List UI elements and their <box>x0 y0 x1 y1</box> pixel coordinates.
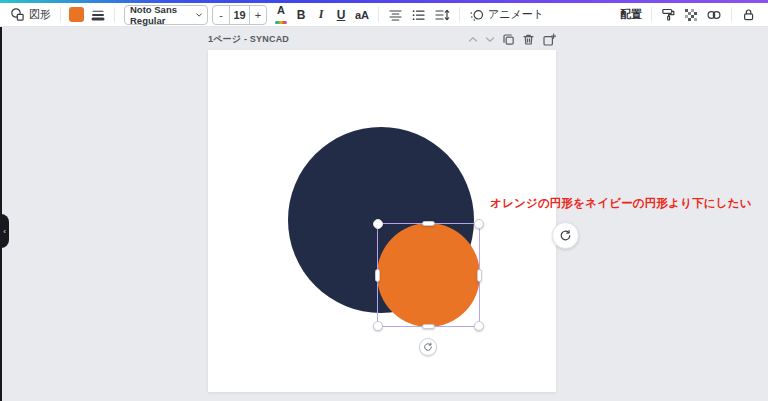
text-color-button[interactable]: A <box>271 5 291 25</box>
text-align-button[interactable] <box>384 5 407 25</box>
separator <box>60 7 61 22</box>
duplicate-page-button[interactable] <box>502 33 515 46</box>
selection-handle-left[interactable] <box>375 269 380 282</box>
rotate-handle-icon <box>423 342 433 352</box>
separator <box>459 7 460 22</box>
selection-handle-bottom[interactable] <box>422 324 435 329</box>
text-color-icon: A <box>277 5 285 16</box>
selection-handle-top-left[interactable] <box>373 219 383 229</box>
animate-icon <box>469 8 484 22</box>
italic-button[interactable]: I <box>311 5 331 25</box>
lock-button[interactable] <box>737 5 760 25</box>
shape-tool-button[interactable]: 図形 <box>6 5 55 25</box>
panel-collapse-tab[interactable]: ‹ <box>0 214 9 248</box>
bullet-list-icon <box>411 8 426 22</box>
annotation-text: オレンジの円形をネイビーの円形より下にしたい <box>490 196 752 211</box>
trash-icon <box>522 33 535 46</box>
font-family-value: Noto Sans Regular <box>130 4 196 26</box>
chevron-down-icon <box>196 12 202 18</box>
font-family-select[interactable]: Noto Sans Regular <box>124 5 208 25</box>
animate-button[interactable]: アニメート <box>465 5 548 25</box>
panel-collapse-chevron-icon: ‹ <box>3 227 6 236</box>
selection-handle-bottom-left[interactable] <box>373 321 383 331</box>
transparency-button[interactable] <box>680 5 702 25</box>
text-color-rainbow-bar <box>275 21 287 24</box>
font-size-increase-button[interactable]: + <box>250 6 266 24</box>
page-actions <box>468 33 556 47</box>
workspace: ‹ 1ページ - SYNCAD <box>0 27 768 401</box>
design-page[interactable] <box>208 50 556 392</box>
toolbar-right-group: 配置 <box>616 5 760 25</box>
sync-icon <box>559 229 572 242</box>
transparency-icon <box>684 8 698 22</box>
link-icon <box>706 8 722 22</box>
font-size-decrease-button[interactable]: - <box>213 6 229 24</box>
border-weight-icon <box>91 8 105 22</box>
arrange-button[interactable]: 配置 <box>616 5 646 25</box>
delete-page-button[interactable] <box>522 33 535 46</box>
page-title: 1ページ - SYNCAD <box>208 33 289 46</box>
selection-handle-right[interactable] <box>477 269 482 282</box>
align-center-icon <box>388 8 403 22</box>
lock-icon <box>741 7 756 22</box>
font-size-stepper: - 19 + <box>212 5 267 25</box>
arrange-label: 配置 <box>620 7 642 22</box>
letter-case-button[interactable]: aA <box>351 5 373 25</box>
shape-tool-label: 図形 <box>29 7 51 22</box>
animate-label: アニメート <box>488 7 544 22</box>
toolbar: 図形 Noto Sans Regular - 19 + A B I U aA <box>0 3 768 27</box>
separator <box>651 7 652 22</box>
list-button[interactable] <box>407 5 430 25</box>
duplicate-icon <box>502 33 515 46</box>
bold-button[interactable]: B <box>291 5 311 25</box>
chevron-up-icon <box>468 36 478 43</box>
add-page-button[interactable] <box>542 33 556 47</box>
move-page-down-button[interactable] <box>485 36 495 43</box>
line-spacing-icon <box>434 8 450 22</box>
add-page-icon <box>542 33 556 47</box>
separator <box>378 7 379 22</box>
selected-element[interactable] <box>377 223 480 327</box>
separator <box>731 7 732 22</box>
copy-style-icon <box>661 7 676 22</box>
link-button[interactable] <box>702 5 726 25</box>
separator <box>114 7 115 22</box>
copy-style-button[interactable] <box>657 5 680 25</box>
shapes-icon <box>10 7 25 22</box>
chevron-down-icon <box>485 36 495 43</box>
selection-handle-top[interactable] <box>422 221 435 226</box>
rotate-handle[interactable] <box>419 338 437 356</box>
selection-handle-bottom-right[interactable] <box>474 321 484 331</box>
sync-button[interactable] <box>552 222 579 249</box>
page-bar: 1ページ - SYNCAD <box>208 32 556 47</box>
fill-color-swatch[interactable] <box>69 7 84 22</box>
font-size-value[interactable]: 19 <box>229 6 250 24</box>
selection-box <box>377 223 480 327</box>
underline-button[interactable]: U <box>331 5 351 25</box>
selection-handle-top-right[interactable] <box>474 219 484 229</box>
move-page-up-button[interactable] <box>468 36 478 43</box>
spacing-button[interactable] <box>430 5 454 25</box>
border-weight-button[interactable] <box>87 5 109 25</box>
